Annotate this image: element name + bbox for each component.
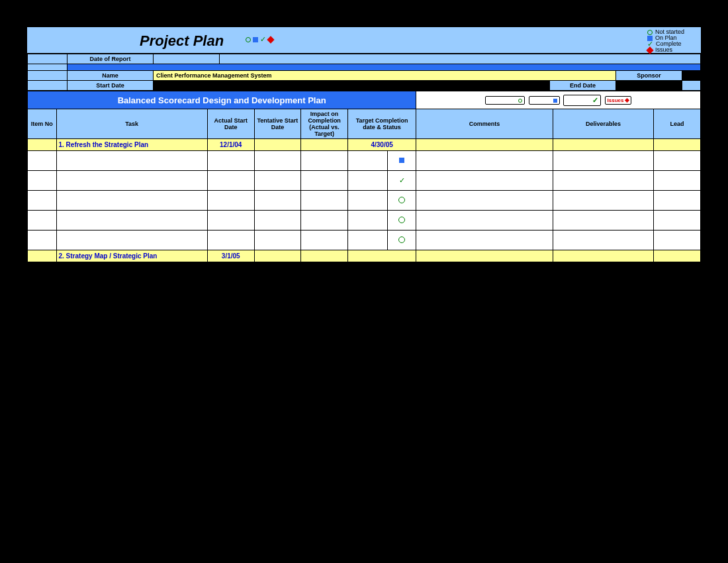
end-date-label: End Date [549,81,615,91]
square-icon [399,158,404,163]
sponsor-label: Sponsor [615,71,682,81]
check-icon: ✓ [647,41,653,47]
col-comments: Comments [416,109,553,139]
task-row: ✓ [28,171,701,191]
sponsor-value [682,71,700,81]
section-title: 2. Strategy Map / Strategic Plan [56,250,207,262]
section-row: 1. Refresh the Strategic Plan 12/1/04 4/… [28,139,701,151]
status-cell [387,230,416,250]
legend: Not started On Plan ✓Complete Issues [647,29,684,53]
column-headers: Item No Task Actual Start Date Tentative… [28,109,701,139]
col-actual-start: Actual Start Date [207,109,254,139]
status-cell [387,191,416,211]
banner-title: Balanced Scorecard Design and Developmen… [28,91,416,109]
task-row [28,191,701,211]
project-name: Client Performance Management System [154,71,616,81]
section-actual-start: 3/1/05 [207,250,254,262]
pill-on-plan: On Plan [529,96,560,105]
page-title: Project Plan [140,32,224,50]
col-target-completion: Target Completion date & Status [347,109,416,139]
plan-table: Balanced Scorecard Design and Developmen… [27,91,701,262]
circle-icon [398,217,405,223]
square-icon [553,99,557,103]
task-row [28,211,701,230]
name-label: Name [68,71,154,81]
header-bar: Project Plan ✓ Not started On Plan ✓Comp… [27,27,701,54]
col-task: Task [56,109,207,139]
col-impact: Impact on Completion (Actual vs. Target) [301,109,348,139]
section-title: 1. Refresh the Strategic Plan [56,139,207,151]
end-date-value [615,81,682,91]
section-actual-start: 12/1/04 [207,139,254,151]
date-of-report-value [154,54,220,64]
section-row: 2. Strategy Map / Strategic Plan 3/1/05 [28,250,701,262]
date-of-report-label: Date of Report [68,54,154,64]
circle-icon [398,236,405,243]
col-lead: Lead [654,109,701,139]
diamond-icon [625,98,629,103]
status-cell [387,211,416,230]
status-cell: ✓ [387,171,416,191]
circle-icon [647,30,653,35]
col-tentative-start: Tentative Start Date [254,109,301,139]
project-plan-sheet: Project Plan ✓ Not started On Plan ✓Comp… [26,26,702,263]
check-icon: ✓ [260,35,266,44]
meta-table: Date of Report Name Client Performance M… [27,54,701,91]
section-target [347,250,416,262]
task-row [28,151,701,171]
col-deliverables: Deliverables [553,109,653,139]
pill-complete: Complete✓ [563,95,600,106]
section-target: 4/30/05 [347,139,416,151]
col-item-no: Item No [28,109,57,139]
diamond-icon [267,36,274,43]
task-row [28,230,701,250]
check-icon: ✓ [399,176,405,184]
start-date-label: Start Date [68,81,154,91]
title-status-icons: ✓ [246,35,273,44]
pill-not-started: Not Started [485,96,525,105]
square-icon [253,37,258,42]
check-icon: ✓ [592,96,598,105]
legend-issues: Issues [655,47,672,53]
circle-icon [246,37,251,42]
circle-icon [518,99,522,103]
pill-issues: Issues [605,96,632,105]
status-pill-bar: Not Started On Plan Complete✓ Issues [416,91,701,109]
status-cell [387,151,416,171]
circle-icon [398,197,405,203]
start-date-value [154,81,550,91]
